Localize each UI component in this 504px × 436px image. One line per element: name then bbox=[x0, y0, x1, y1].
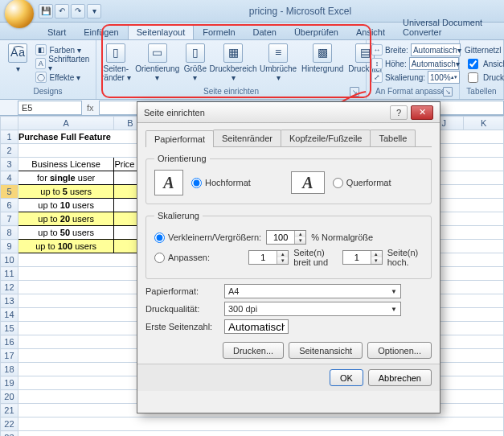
dialog-tab-sheet[interactable]: Tabelle bbox=[370, 130, 416, 146]
name-box[interactable]: E5 bbox=[18, 101, 82, 115]
dialog-tab-headerfooter[interactable]: Kopfzeile/Fußzeile bbox=[281, 130, 371, 146]
landscape-radio[interactable]: Querformat bbox=[333, 178, 391, 188]
scale-launcher[interactable]: ↘ bbox=[443, 87, 453, 97]
ok-button[interactable]: OK bbox=[330, 369, 363, 386]
themes-button[interactable]: A͡a ▾ bbox=[5, 43, 31, 73]
fit-tall-spinner[interactable]: ▴▾ bbox=[342, 250, 383, 265]
themes-caret-icon: ▾ bbox=[16, 64, 20, 73]
group-page-label: Seite einrichten bbox=[203, 87, 259, 96]
fit-wide-spinner[interactable]: ▴▾ bbox=[248, 250, 289, 265]
tab-uberprufen[interactable]: Überprüfen bbox=[285, 24, 347, 39]
fonts-button[interactable]: ASchriftarten ▾ bbox=[35, 57, 91, 70]
row-header[interactable]: 19 bbox=[1, 376, 18, 390]
ribbon-tabs: Start Einfügen Seitenlayout Formeln Date… bbox=[0, 23, 504, 40]
office-orb-button[interactable] bbox=[5, 0, 34, 28]
breaks-button[interactable]: ≡Umbrüche ▾ bbox=[260, 43, 297, 82]
row-header[interactable]: 1 bbox=[1, 130, 18, 144]
row-header[interactable]: 10 bbox=[1, 253, 18, 267]
page-setup-launcher[interactable]: ↘ bbox=[350, 87, 359, 97]
background-button[interactable]: ▩Hintergrund bbox=[301, 43, 343, 73]
preview-button[interactable]: Seitenansicht bbox=[289, 342, 363, 359]
options-button[interactable]: Optionen... bbox=[367, 342, 432, 359]
row-header[interactable]: 14 bbox=[1, 308, 18, 322]
tab-start[interactable]: Start bbox=[39, 24, 75, 39]
row-header[interactable]: 7 bbox=[1, 212, 18, 226]
width-row[interactable]: ↔Breite:Automatisch▾ bbox=[371, 43, 461, 56]
grid-print-check[interactable]: Drucke bbox=[465, 71, 504, 84]
qat-undo-icon[interactable]: ↶ bbox=[55, 4, 69, 19]
cell[interactable]: Business License bbox=[18, 158, 114, 171]
adjust-to-radio[interactable]: Verkleinern/Vergrößern: bbox=[154, 232, 261, 243]
tab-ansicht[interactable]: Ansicht bbox=[347, 24, 394, 39]
cell[interactable]: up to 20 users bbox=[18, 212, 114, 226]
row-header[interactable]: 6 bbox=[1, 199, 18, 212]
tab-einfugen[interactable]: Einfügen bbox=[75, 24, 127, 39]
size-icon: ▯ bbox=[186, 43, 205, 63]
row-header[interactable]: 9 bbox=[1, 240, 18, 253]
size-button[interactable]: ▯Größe ▾ bbox=[184, 43, 207, 82]
height-row[interactable]: ↕Höhe:Automatisch▾ bbox=[371, 57, 461, 70]
tab-seitenlayout[interactable]: Seitenlayout bbox=[128, 24, 195, 39]
row-header[interactable]: 18 bbox=[1, 363, 18, 376]
scale-percent-spinner[interactable]: ▴▾ bbox=[266, 230, 306, 245]
row-header[interactable]: 2 bbox=[1, 144, 18, 158]
print-button[interactable]: Drucken... bbox=[223, 342, 284, 359]
dialog-close-button[interactable]: ✕ bbox=[411, 105, 433, 120]
fit-to-radio[interactable]: Anpassen: bbox=[154, 253, 210, 263]
tab-udc[interactable]: Universal Document Converter bbox=[394, 14, 504, 39]
qat-save-icon[interactable]: 💾 bbox=[39, 4, 53, 19]
paper-combo[interactable]: A4▼ bbox=[224, 284, 401, 298]
portrait-radio[interactable]: Hochformat bbox=[191, 178, 251, 188]
group-designs-label: Designs bbox=[5, 86, 91, 97]
scale-suffix: % Normalgröße bbox=[311, 232, 373, 242]
qat-redo-icon[interactable]: ↷ bbox=[71, 4, 85, 19]
cell[interactable]: up to 50 users bbox=[18, 226, 114, 240]
cell[interactable]: up to 10 users bbox=[18, 199, 114, 212]
orientation-icon: ▭ bbox=[148, 43, 167, 63]
cancel-button[interactable]: Abbrechen bbox=[368, 369, 432, 386]
orientation-button[interactable]: ▭Orientierung ▾ bbox=[136, 43, 179, 82]
row-header[interactable]: 17 bbox=[1, 349, 18, 363]
col-header[interactable]: K bbox=[464, 117, 504, 130]
row-header[interactable]: 12 bbox=[1, 281, 18, 294]
cell[interactable]: for single user bbox=[18, 171, 114, 185]
margins-icon: ▯ bbox=[106, 43, 125, 63]
row-header[interactable]: 20 bbox=[1, 390, 18, 404]
cell[interactable]: up to 5 users bbox=[18, 185, 114, 199]
tab-formeln[interactable]: Formeln bbox=[194, 24, 244, 39]
row-header[interactable]: 11 bbox=[1, 267, 18, 281]
spinner-icon: ▴▾ bbox=[451, 74, 457, 80]
row-header[interactable]: 4 bbox=[1, 171, 18, 185]
cell[interactable]: up to 100 users bbox=[18, 240, 114, 253]
qat-custom-icon[interactable]: ▾ bbox=[87, 4, 101, 19]
row-header[interactable]: 13 bbox=[1, 294, 18, 308]
chevron-down-icon: ▾ bbox=[456, 60, 460, 68]
themes-icon: A͡a bbox=[8, 43, 27, 63]
dialog-tab-paper[interactable]: Papierformat bbox=[145, 130, 214, 147]
row-header[interactable]: 21 bbox=[1, 404, 18, 417]
row-header[interactable]: 3 bbox=[1, 158, 18, 171]
dialog-tab-margins[interactable]: Seitenränder bbox=[213, 130, 281, 146]
col-header[interactable]: A bbox=[18, 117, 114, 130]
select-all-corner[interactable] bbox=[1, 117, 18, 130]
height-icon: ↕ bbox=[371, 58, 383, 69]
fit-suffix: Seite(n) hoch. bbox=[387, 248, 423, 267]
fx-icon[interactable]: fx bbox=[87, 103, 94, 113]
landscape-icon bbox=[291, 171, 325, 194]
dpi-combo[interactable]: 300 dpi▼ bbox=[224, 302, 401, 316]
printarea-button[interactable]: ▦Druckbereich ▾ bbox=[211, 43, 255, 82]
effects-icon: ◯ bbox=[35, 72, 47, 83]
row-header[interactable]: 5 bbox=[1, 185, 18, 199]
row-header[interactable]: 23 bbox=[1, 431, 18, 437]
dialog-help-button[interactable]: ? bbox=[390, 105, 408, 120]
row-header[interactable]: 16 bbox=[1, 335, 18, 349]
effects-button[interactable]: ◯Effekte ▾ bbox=[35, 71, 91, 84]
tab-daten[interactable]: Daten bbox=[244, 24, 285, 39]
margins-button[interactable]: ▯Seiten- ränder ▾ bbox=[101, 43, 131, 82]
row-header[interactable]: 8 bbox=[1, 226, 18, 240]
firstpage-input[interactable] bbox=[224, 319, 289, 334]
row-header[interactable]: 22 bbox=[1, 417, 18, 431]
row-header[interactable]: 15 bbox=[1, 322, 18, 335]
scale-row[interactable]: ⤢Skalierung:100%▴▾ bbox=[371, 71, 461, 84]
grid-view-check[interactable]: Ansicht bbox=[465, 57, 504, 70]
